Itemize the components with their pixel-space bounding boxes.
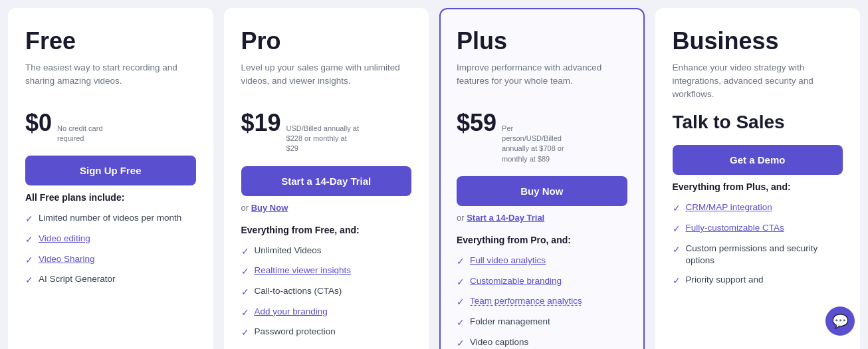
feature-text-business-3: Priority support and bbox=[686, 274, 764, 287]
check-icon-business-0: ✓ bbox=[673, 202, 681, 215]
plan-title-free: Free bbox=[25, 28, 196, 55]
plan-card-plus: PlusImprove performance with advanced fe… bbox=[439, 8, 645, 349]
plan-title-plus: Plus bbox=[457, 28, 627, 55]
plan-description-free: The easiest way to start recording and s… bbox=[25, 61, 196, 98]
price-amount-pro: $19 bbox=[241, 109, 281, 137]
plan-description-business: Enhance your video strategy with integra… bbox=[673, 61, 843, 102]
price-note-plus: Per person/USD/Billed annually at $708 o… bbox=[502, 124, 575, 165]
section-title-plus: Everything from Pro, and: bbox=[457, 235, 627, 245]
check-icon-plus-1: ✓ bbox=[457, 276, 465, 289]
feature-item-pro-4: ✓Password protection bbox=[241, 326, 412, 340]
feature-list-pro: ✓Unlimited Videos✓Realtime viewer insigh… bbox=[241, 245, 412, 340]
feature-text-plus-4: Video captions bbox=[470, 336, 528, 349]
feature-item-business-3: ✓Priority support and bbox=[673, 274, 843, 288]
feature-item-plus-4: ✓Video captions bbox=[457, 336, 627, 349]
chat-bubble[interactable]: 💬 bbox=[825, 306, 855, 336]
price-row-pro: $19USD/Billed annually at $228 or monthl… bbox=[241, 109, 412, 154]
check-icon-free-2: ✓ bbox=[25, 254, 33, 267]
section-title-free: All Free plans include: bbox=[25, 192, 196, 203]
plan-description-pro: Level up your sales game with unlimited … bbox=[241, 61, 412, 98]
or-line-pro: or Buy Now bbox=[241, 203, 412, 213]
cta-button-business[interactable]: Get a Demo bbox=[673, 145, 843, 175]
feature-text-plus-3: Folder management bbox=[470, 316, 550, 328]
feature-text-free-0: Limited number of videos per month bbox=[39, 212, 181, 225]
feature-text-pro-1[interactable]: Realtime viewer insights bbox=[255, 265, 352, 277]
feature-item-plus-3: ✓Folder management bbox=[457, 316, 627, 330]
price-note-free: No credit card required bbox=[57, 124, 130, 144]
price-amount-plus: $59 bbox=[457, 109, 496, 137]
feature-text-plus-2: Team performance analytics bbox=[470, 295, 582, 308]
feature-item-pro-3: ✓Add your branding bbox=[241, 306, 412, 320]
plan-card-free: FreeThe easiest way to start recording a… bbox=[8, 8, 213, 349]
check-icon-business-3: ✓ bbox=[673, 275, 681, 288]
feature-item-pro-2: ✓Call-to-actions (CTAs) bbox=[241, 285, 412, 299]
plan-card-business: BusinessEnhance your video strategy with… bbox=[655, 8, 861, 349]
feature-item-business-0: ✓CRM/MAP integration bbox=[673, 201, 843, 215]
plan-title-pro: Pro bbox=[241, 28, 412, 55]
or-link-plus[interactable]: Start a 14-Day Trial bbox=[467, 213, 544, 223]
cta-button-plus[interactable]: Buy Now bbox=[457, 176, 627, 206]
check-icon-free-3: ✓ bbox=[25, 274, 33, 287]
feature-text-pro-4: Password protection bbox=[255, 326, 336, 338]
section-title-pro: Everything from Free, and: bbox=[241, 225, 412, 235]
feature-item-plus-2: ✓Team performance analytics bbox=[457, 295, 627, 309]
feature-text-business-1[interactable]: Fully-customizable CTAs bbox=[686, 222, 784, 235]
feature-text-pro-3[interactable]: Add your branding bbox=[255, 306, 328, 318]
feature-text-pro-0: Unlimited Videos bbox=[255, 245, 322, 257]
feature-text-business-0[interactable]: CRM/MAP integration bbox=[686, 201, 772, 214]
plan-title-business: Business bbox=[673, 28, 843, 55]
price-note-pro: USD/Billed annually at $228 or monthly a… bbox=[286, 124, 360, 154]
feature-text-free-1[interactable]: Video editing bbox=[39, 233, 90, 245]
feature-item-free-0: ✓Limited number of videos per month bbox=[25, 212, 196, 226]
feature-list-business: ✓CRM/MAP integration✓Fully-customizable … bbox=[673, 201, 843, 288]
feature-item-business-2: ✓Custom permissions and security options bbox=[673, 243, 843, 268]
cta-button-pro[interactable]: Start a 14-Day Trial bbox=[241, 166, 412, 196]
feature-text-plus-1[interactable]: Customizable branding bbox=[470, 275, 562, 288]
check-icon-free-0: ✓ bbox=[25, 213, 33, 226]
check-icon-plus-0: ✓ bbox=[457, 255, 465, 269]
feature-item-free-3: ✓AI Script Generator bbox=[25, 273, 196, 287]
check-icon-pro-1: ✓ bbox=[241, 265, 249, 279]
check-icon-pro-2: ✓ bbox=[241, 286, 249, 299]
plan-card-pro: ProLevel up your sales game with unlimit… bbox=[224, 8, 429, 349]
feature-item-free-2: ✓Video Sharing bbox=[25, 253, 196, 267]
feature-item-plus-1: ✓Customizable branding bbox=[457, 275, 627, 289]
check-icon-pro-3: ✓ bbox=[241, 306, 249, 320]
check-icon-plus-4: ✓ bbox=[457, 337, 465, 349]
feature-list-plus: ✓Full video analytics✓Customizable brand… bbox=[457, 255, 627, 349]
price-row-plus: $59Per person/USD/Billed annually at $70… bbox=[457, 109, 627, 165]
section-title-business: Everything from Plus, and: bbox=[673, 181, 843, 192]
check-icon-pro-4: ✓ bbox=[241, 326, 249, 340]
feature-text-business-2: Custom permissions and security options bbox=[686, 243, 843, 268]
chat-icon: 💬 bbox=[832, 313, 849, 329]
feature-item-business-1: ✓Fully-customizable CTAs bbox=[673, 222, 843, 236]
feature-text-free-3: AI Script Generator bbox=[39, 273, 116, 286]
feature-item-pro-0: ✓Unlimited Videos bbox=[241, 245, 412, 259]
cta-button-free[interactable]: Sign Up Free bbox=[25, 156, 196, 185]
check-icon-free-1: ✓ bbox=[25, 233, 33, 247]
talk-sales-business: Talk to Sales bbox=[673, 112, 843, 133]
check-icon-business-2: ✓ bbox=[673, 243, 681, 257]
or-link-pro[interactable]: Buy Now bbox=[251, 203, 288, 213]
check-icon-pro-0: ✓ bbox=[241, 245, 249, 259]
feature-text-pro-2: Call-to-actions (CTAs) bbox=[255, 285, 342, 298]
or-line-plus: or Start a 14-Day Trial bbox=[457, 213, 627, 223]
feature-list-free: ✓Limited number of videos per month✓Vide… bbox=[25, 212, 196, 287]
check-icon-plus-3: ✓ bbox=[457, 316, 465, 330]
price-amount-free: $0 bbox=[25, 109, 52, 137]
check-icon-business-1: ✓ bbox=[673, 223, 681, 236]
pricing-grid: FreeThe easiest way to start recording a… bbox=[8, 8, 860, 349]
price-row-free: $0No credit card required bbox=[25, 109, 196, 144]
feature-item-pro-1: ✓Realtime viewer insights bbox=[241, 265, 412, 279]
check-icon-plus-2: ✓ bbox=[457, 296, 465, 309]
feature-item-plus-0: ✓Full video analytics bbox=[457, 255, 627, 269]
plan-description-plus: Improve performance with advanced featur… bbox=[457, 61, 627, 98]
feature-text-plus-0[interactable]: Full video analytics bbox=[470, 255, 546, 267]
feature-item-free-1: ✓Video editing bbox=[25, 233, 196, 247]
feature-text-free-2[interactable]: Video Sharing bbox=[39, 253, 95, 266]
